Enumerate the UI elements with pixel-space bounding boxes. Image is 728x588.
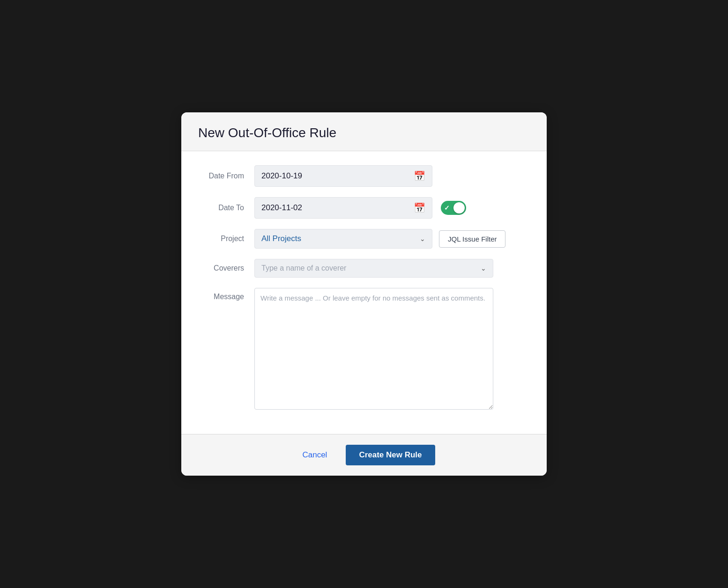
project-row: Project All Projects ⌄ JQL Issue Filter	[198, 229, 530, 249]
project-controls: All Projects ⌄ JQL Issue Filter	[254, 229, 505, 249]
coverers-row: Coverers Type a name of a coverer ⌄	[198, 259, 530, 278]
message-textarea[interactable]	[254, 288, 493, 410]
toggle-thumb	[453, 202, 465, 213]
dialog-body: Date From 2020-10-19 📅 Date To 2020-11-0…	[181, 151, 547, 434]
date-to-input[interactable]: 2020-11-02 📅	[254, 197, 432, 219]
message-row: Message	[198, 288, 530, 410]
date-to-value: 2020-11-02	[261, 203, 302, 213]
date-from-input[interactable]: 2020-10-19 📅	[254, 165, 432, 187]
date-from-calendar-icon[interactable]: 📅	[414, 170, 425, 182]
coverers-placeholder: Type a name of a coverer	[261, 264, 346, 272]
date-from-value: 2020-10-19	[261, 171, 302, 181]
date-from-row: Date From 2020-10-19 📅	[198, 165, 530, 187]
message-label: Message	[198, 288, 254, 301]
project-chevron-icon: ⌄	[420, 235, 425, 243]
toggle-check-icon: ✓	[444, 204, 450, 212]
create-new-rule-button[interactable]: Create New Rule	[346, 445, 435, 465]
coverers-select[interactable]: Type a name of a coverer ⌄	[254, 259, 493, 278]
date-to-toggle[interactable]: ✓	[441, 201, 466, 215]
coverers-chevron-icon: ⌄	[481, 265, 486, 272]
coverers-label: Coverers	[198, 264, 254, 272]
date-to-label: Date To	[198, 204, 254, 212]
dialog-footer: Cancel Create New Rule	[181, 434, 547, 476]
project-select[interactable]: All Projects ⌄	[254, 229, 432, 249]
project-select-value: All Projects	[261, 234, 301, 243]
project-label: Project	[198, 235, 254, 243]
date-to-calendar-icon[interactable]: 📅	[414, 202, 425, 213]
dialog-title: New Out-Of-Office Rule	[198, 125, 530, 140]
jql-issue-filter-button[interactable]: JQL Issue Filter	[439, 230, 505, 248]
cancel-button[interactable]: Cancel	[293, 446, 336, 464]
date-to-row: Date To 2020-11-02 📅 ✓	[198, 197, 530, 219]
date-from-label: Date From	[198, 172, 254, 180]
dialog-container: New Out-Of-Office Rule Date From 2020-10…	[181, 112, 547, 476]
date-to-toggle-wrapper: ✓	[441, 201, 466, 215]
dialog-header: New Out-Of-Office Rule	[181, 112, 547, 151]
